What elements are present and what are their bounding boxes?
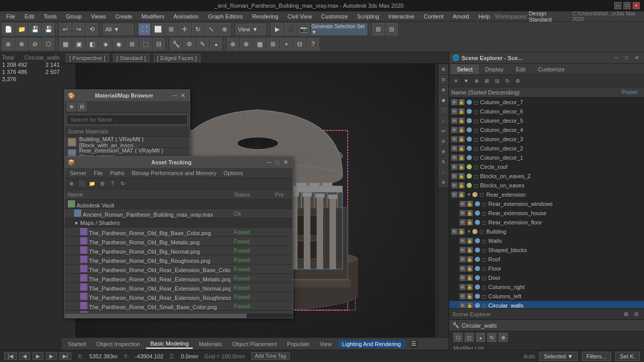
at-row-tex-6[interactable]: The_Pantheon_Rome_Old_Rear_Extension_Met… [65, 274, 292, 283]
menu-customize[interactable]: Customize [317, 12, 352, 21]
view-dropdown[interactable]: View ▼ [235, 24, 266, 35]
tab-view[interactable]: View [316, 340, 336, 348]
vs-btn-8[interactable]: ⊘ [439, 137, 448, 146]
se-tb-hierarchy[interactable]: ⊞ [482, 77, 491, 86]
se-tb-add[interactable]: ⊕ [472, 77, 481, 86]
sub4[interactable]: ⬡ [42, 38, 54, 50]
se-tb-clear-sel[interactable]: ✕ [451, 77, 461, 86]
eye-1[interactable]: 👁 [451, 99, 457, 105]
mod-icon-5[interactable]: ⊕ [499, 333, 508, 342]
eye-4[interactable]: 👁 [451, 127, 457, 133]
eye-23[interactable]: 👁 [459, 302, 466, 308]
at-row-tex-10[interactable]: The_Pantheon_Rome_Old_Small_Metalic.png … [65, 311, 292, 313]
lock-5[interactable]: 🔓 [458, 136, 465, 142]
sub2[interactable]: ⊗ [15, 38, 28, 50]
menu-views[interactable]: Views [87, 12, 110, 21]
tab-basic-modeling[interactable]: Basic Modeling [146, 339, 193, 349]
filter-dropdown[interactable]: All ▼ [103, 24, 134, 35]
move-btn[interactable]: ✛ [178, 23, 191, 35]
lock-4[interactable]: 🔓 [458, 127, 465, 133]
standard-tag[interactable]: [ Standard ] [113, 54, 150, 62]
mat-browser-close[interactable]: ✕ [179, 92, 187, 99]
menu-create[interactable]: Create [111, 12, 136, 21]
lock-21[interactable]: 🔓 [467, 284, 473, 290]
se-tab-customize[interactable]: Customize [532, 65, 571, 74]
open-btn[interactable]: 📁 [15, 23, 28, 35]
at-menu-server[interactable]: Server [67, 169, 89, 177]
at-tb3[interactable]: 📁 [87, 179, 97, 188]
lock-1[interactable]: 🔓 [458, 99, 465, 105]
eye-13[interactable]: 👁 [459, 210, 466, 216]
rotate-btn[interactable]: ↻ [192, 23, 204, 35]
tab-lighting[interactable]: Lighting And Rendering [338, 340, 405, 348]
close-btn[interactable]: ✕ [633, 2, 640, 9]
render-btn[interactable]: ▶ [271, 23, 283, 35]
material-browser-header[interactable]: 🎨 Material/Map Browser ─ ✕ [65, 90, 190, 101]
vs-btn-2[interactable]: ⊟ [439, 75, 448, 84]
extra1[interactable]: ⊕ [227, 38, 239, 50]
scene-item-column-decor-5[interactable]: 👁 🔓 ◻ Column_decor_5 [449, 116, 644, 125]
vs-btn-7[interactable]: ⇔ [439, 126, 448, 136]
at-maximize[interactable]: □ [274, 159, 281, 166]
extra5[interactable]: ⌖ [280, 38, 292, 50]
scene-item-columns-left[interactable]: 👁 🔓 ◻ Columns_left [449, 292, 644, 301]
minimize-btn[interactable]: ─ [614, 2, 621, 9]
render2-btn[interactable]: ⬛ [284, 23, 297, 35]
at-row-maps[interactable]: ▼Maps / Shaders [65, 218, 292, 227]
se-minimize[interactable]: ─ [612, 54, 620, 62]
se-bottom-btn2[interactable]: ⊟ [632, 310, 641, 319]
at-tb2[interactable]: ⬛ [77, 179, 86, 188]
scene-item-walls[interactable]: 👁 🔓 ◻ Walls [449, 236, 644, 245]
scene-item-rear-ext-windows[interactable]: 👁 🔓 ◻ Rear_extension_windows [449, 199, 644, 208]
se-tb-sync[interactable]: ↻ [503, 77, 512, 86]
scene-item-circular-walls[interactable]: 👁 🔓 ◻ Circular_walls [449, 301, 644, 308]
next-frame-btn[interactable]: ▶| [59, 352, 72, 360]
scene-item-rear-ext-house[interactable]: 👁 🔓 ◻ Rear_extension_house [449, 208, 644, 218]
tab-options-btn[interactable]: ☰ [408, 339, 419, 349]
eye-16[interactable]: 👁 [459, 238, 466, 244]
snap3[interactable]: ✎ [196, 38, 209, 50]
se-close[interactable]: ✕ [633, 54, 641, 62]
at-row-vault[interactable]: Autodesk Vault [65, 200, 292, 209]
mod-icon-1[interactable]: ⬡ [453, 333, 463, 342]
vs-btn-5[interactable]: ⬛ [439, 106, 448, 115]
se-tab-select[interactable]: Select [451, 65, 479, 74]
perspective-tag[interactable]: [ Perspective ] [66, 54, 109, 62]
eye-18[interactable]: 👁 [459, 256, 466, 262]
lock-20[interactable]: 🔓 [467, 275, 473, 281]
mat-item-1[interactable]: Building_MAT ( VRayMtl ) [Block_with_an_… [65, 137, 190, 148]
lock-6[interactable]: 🔓 [458, 145, 465, 151]
scale-btn[interactable]: ⤡ [205, 23, 217, 35]
se-tb-filter[interactable]: ▼ [462, 77, 471, 86]
scene-item-blocks-eaves[interactable]: 👁 🔓 ◻ Blocks_on_eaves [449, 181, 644, 190]
vs-btn-9[interactable]: ⊗ [439, 147, 448, 156]
se-tab-edit[interactable]: Edit [510, 65, 531, 74]
eye-21[interactable]: 👁 [459, 284, 466, 290]
mat-tb1[interactable]: ⊕ [67, 102, 76, 111]
menu-animation[interactable]: Animation [170, 12, 203, 21]
lock-11[interactable]: 🔓 [458, 192, 465, 198]
snap1[interactable]: 🔧 [170, 38, 182, 50]
set-k-btn[interactable]: Set K. [615, 352, 640, 361]
eye-15[interactable]: 👁 [451, 228, 457, 235]
lock-3[interactable]: 🔓 [458, 118, 465, 124]
tab-materials[interactable]: Materials [195, 340, 226, 348]
lock-18[interactable]: 🔓 [467, 256, 473, 262]
vs-btn-12[interactable]: ⊛ [439, 178, 448, 187]
menu-modifiers[interactable]: Modifiers [137, 12, 169, 21]
at-minimize[interactable]: ─ [266, 159, 273, 166]
mat-tb2[interactable]: ⊟ [77, 102, 86, 111]
new-btn[interactable]: 📄 [2, 23, 14, 35]
mod-icon-4[interactable]: ↻ [487, 333, 496, 342]
menu-group[interactable]: Group [62, 12, 86, 21]
transform-btn[interactable]: ⊕ [218, 23, 231, 35]
add-time-tag-btn[interactable]: Add Time Tag [251, 352, 290, 360]
render4[interactable]: ▦ [59, 38, 71, 50]
menu-graph-editors[interactable]: Graph Editors [204, 12, 247, 21]
eye-9[interactable]: 👁 [451, 173, 457, 179]
menu-interactive[interactable]: Interactive [384, 12, 419, 21]
extra3[interactable]: ▦ [253, 38, 266, 50]
at-menu-bitmap[interactable]: Bitmap Performance and Memory [128, 169, 219, 177]
scene-item-rear-ext-floor[interactable]: 👁 🔓 ◻ Rear_extension_floor [449, 218, 644, 227]
lock-2[interactable]: 🔓 [458, 108, 465, 115]
